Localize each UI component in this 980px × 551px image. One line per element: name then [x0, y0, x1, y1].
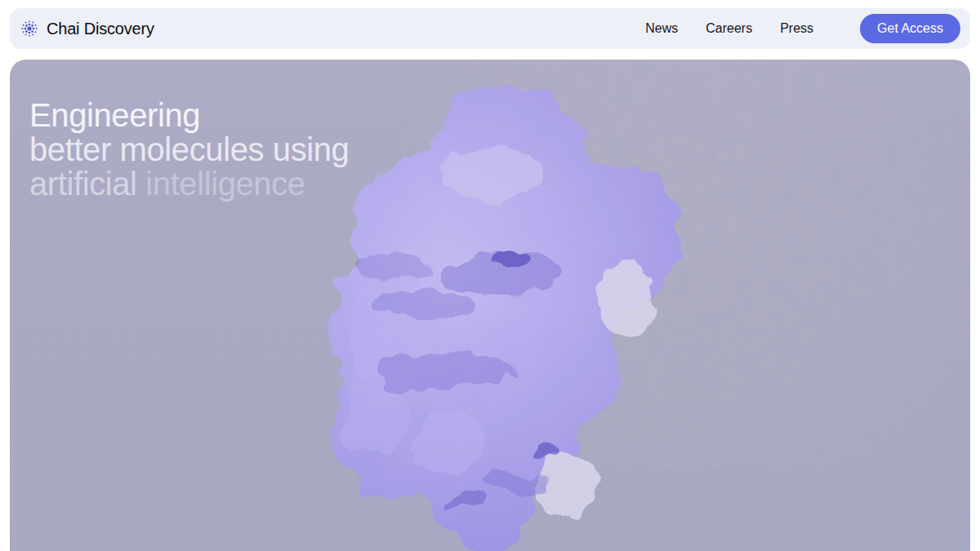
- logo[interactable]: Chai Discovery: [20, 19, 154, 38]
- hero-heading-line1: Engineering: [29, 98, 349, 132]
- nav-links: News Careers Press Get Access: [645, 14, 960, 43]
- hero-heading: Engineering better molecules using artif…: [29, 98, 349, 201]
- nav-link-careers[interactable]: Careers: [706, 21, 752, 36]
- hero-heading-word-intelligence: intelligence: [145, 166, 305, 202]
- get-access-button[interactable]: Get Access: [860, 14, 960, 43]
- chai-burst-icon: [20, 19, 39, 38]
- nav-link-press[interactable]: Press: [780, 21, 813, 36]
- top-navbar: Chai Discovery News Careers Press Get Ac…: [10, 8, 970, 49]
- logo-text: Chai Discovery: [47, 20, 154, 38]
- nav-link-news[interactable]: News: [645, 21, 678, 36]
- hero-section: Engineering better molecules using artif…: [10, 60, 970, 551]
- hero-heading-word-artificial: artificial: [29, 166, 137, 202]
- hero-heading-line2: better molecules using: [29, 132, 349, 167]
- hero-heading-line3: artificial intelligence: [29, 167, 349, 201]
